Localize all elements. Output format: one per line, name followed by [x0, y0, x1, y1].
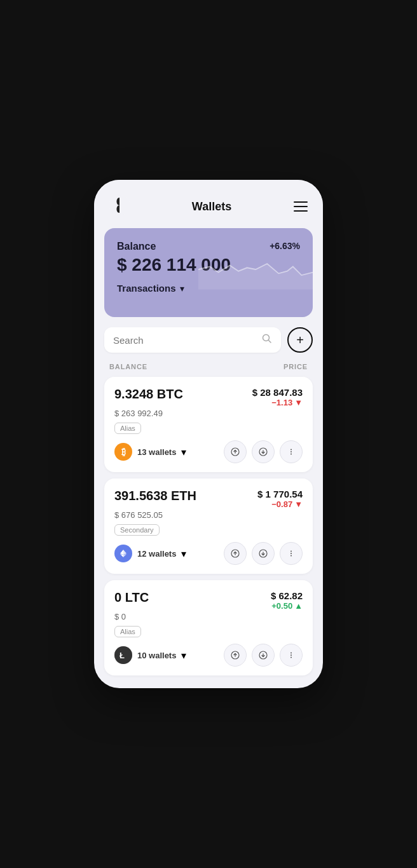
- coin-price-btc: $ 28 847.83: [252, 387, 303, 398]
- svg-point-30: [291, 657, 292, 658]
- coin-wallet-row-ltc[interactable]: Ł 10 wallets ▾: [114, 646, 186, 664]
- coin-price-ltc: $ 62.82: [271, 590, 303, 601]
- ltc-action-buttons: [224, 644, 303, 667]
- col-balance: BALANCE: [109, 363, 147, 370]
- svg-marker-1: [198, 264, 313, 290]
- svg-line-3: [269, 341, 271, 343]
- col-price: PRICE: [284, 363, 308, 370]
- coin-bottom-eth: 12 wallets ▾: [114, 542, 303, 565]
- btc-more-button[interactable]: [280, 440, 303, 463]
- logo-icon: [109, 195, 130, 218]
- coin-amount-eth: 391.5638 ETH: [114, 489, 196, 503]
- svg-point-29: [291, 654, 292, 656]
- btc-receive-button[interactable]: [252, 440, 275, 463]
- coin-bottom-btc: ₿ 13 wallets ▾: [114, 440, 303, 463]
- btc-logo-icon: ₿: [114, 443, 132, 461]
- transactions-chevron-icon: ▾: [180, 283, 184, 294]
- svg-point-28: [291, 653, 292, 654]
- coin-usd-btc: $ 263 992.49: [114, 409, 303, 418]
- eth-receive-button[interactable]: [252, 542, 275, 565]
- alias-badge-eth: Secondary: [114, 524, 160, 536]
- coin-change-btc: −1.13 ▼: [252, 398, 303, 407]
- page-title: Wallets: [192, 200, 231, 214]
- alias-badge-btc: Alias: [114, 423, 141, 434]
- search-input[interactable]: [113, 335, 257, 346]
- coin-bottom-ltc: Ł 10 wallets ▾: [114, 644, 303, 667]
- svg-marker-14: [120, 554, 123, 557]
- eth-wallets-chevron-icon: ▾: [181, 548, 186, 560]
- eth-more-button[interactable]: [280, 542, 303, 565]
- ltc-more-button[interactable]: [280, 644, 303, 667]
- svg-text:Ł: Ł: [120, 651, 125, 660]
- svg-point-9: [291, 451, 292, 452]
- add-wallet-button[interactable]: +: [287, 327, 313, 353]
- phone-shell: Wallets Balance +6.63% $ 226 114 000 Tra…: [94, 180, 323, 688]
- btc-action-buttons: [224, 440, 303, 463]
- ltc-send-button[interactable]: [224, 644, 247, 667]
- eth-logo-icon: [114, 545, 132, 562]
- svg-point-20: [291, 553, 292, 554]
- svg-point-19: [291, 551, 292, 552]
- coin-change-eth: −0.87 ▼: [257, 499, 303, 509]
- coin-price-eth: $ 1 770.54: [257, 489, 303, 499]
- ltc-wallets-chevron-icon: ▾: [181, 649, 186, 661]
- eth-action-buttons: [224, 542, 303, 565]
- svg-marker-13: [123, 554, 126, 557]
- coin-amount-btc: 9.3248 BTC: [114, 387, 183, 402]
- ltc-receive-button[interactable]: [252, 644, 275, 667]
- coin-card-btc: 9.3248 BTC $ 28 847.83 −1.13 ▼ $ 263 992…: [104, 377, 313, 472]
- balance-card: Balance +6.63% $ 226 114 000 Transaction…: [104, 228, 313, 317]
- coin-change-ltc: +0.50 ▲: [271, 601, 303, 611]
- coin-card-ltc: 0 LTC $ 62.82 +0.50 ▲ $ 0 Alias Ł 10 wal…: [104, 580, 313, 675]
- balance-label: Balance: [117, 241, 156, 252]
- svg-point-21: [291, 555, 292, 557]
- search-icon: [262, 334, 272, 346]
- menu-icon[interactable]: [294, 201, 308, 212]
- coin-wallet-row-eth[interactable]: 12 wallets ▾: [114, 545, 186, 562]
- column-headers: BALANCE PRICE: [94, 360, 323, 377]
- ltc-wallets-count: 10 wallets: [137, 651, 176, 660]
- coin-usd-eth: $ 676 525.05: [114, 510, 303, 520]
- btc-wallets-chevron-icon: ▾: [181, 446, 186, 458]
- coin-usd-ltc: $ 0: [114, 612, 303, 621]
- coins-list: 9.3248 BTC $ 28 847.83 −1.13 ▼ $ 263 992…: [94, 377, 323, 688]
- search-row: +: [94, 327, 323, 360]
- svg-point-10: [291, 454, 292, 455]
- svg-marker-11: [123, 550, 126, 555]
- ltc-logo-icon: Ł: [114, 646, 132, 664]
- header: Wallets: [94, 180, 323, 228]
- search-box: [104, 327, 281, 353]
- balance-chart: [198, 247, 313, 292]
- svg-marker-12: [120, 550, 123, 555]
- alias-badge-ltc: Alias: [114, 626, 141, 637]
- btc-send-button[interactable]: [224, 440, 247, 463]
- transactions-label: Transactions: [117, 283, 176, 294]
- btc-wallets-count: 13 wallets: [137, 447, 176, 457]
- svg-point-8: [291, 449, 292, 451]
- coin-amount-ltc: 0 LTC: [114, 590, 149, 605]
- coin-card-eth: 391.5638 ETH $ 1 770.54 −0.87 ▼ $ 676 52…: [104, 478, 313, 574]
- eth-send-button[interactable]: [224, 542, 247, 565]
- coin-wallet-row-btc[interactable]: ₿ 13 wallets ▾: [114, 443, 186, 461]
- eth-wallets-count: 12 wallets: [137, 549, 176, 559]
